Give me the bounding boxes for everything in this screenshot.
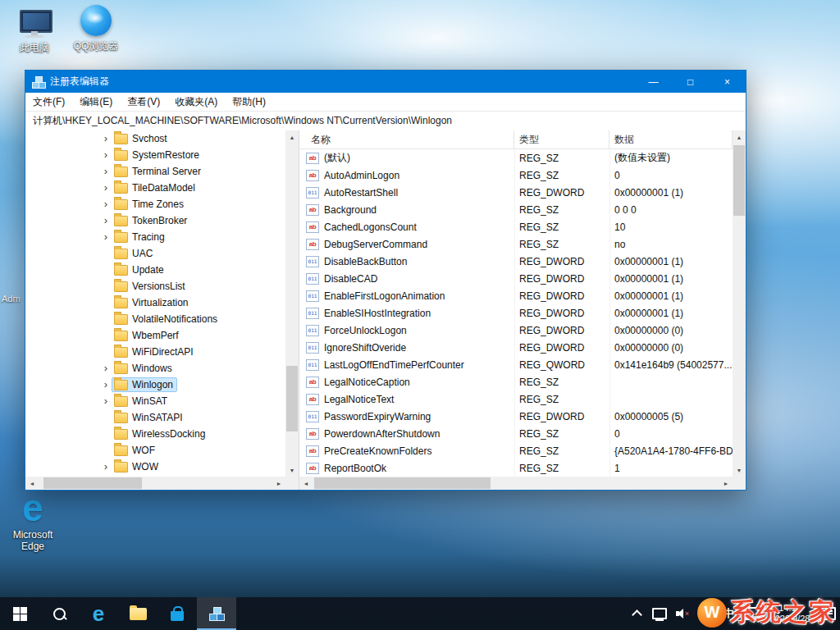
action-center-button[interactable]: [817, 597, 840, 630]
registry-value-row[interactable]: abCachedLogonsCountREG_SZ10: [299, 218, 733, 235]
chevron-right-icon[interactable]: ›: [99, 212, 112, 229]
registry-value-row[interactable]: abAutoAdminLogonREG_SZ0: [299, 167, 733, 184]
desktop-icon-this-pc[interactable]: 此电脑: [8, 7, 61, 53]
desktop-icon-microsoft-edge[interactable]: e Microsoft Edge: [7, 494, 59, 552]
chevron-right-icon[interactable]: ›: [99, 459, 112, 475]
registry-value-row[interactable]: abPowerdownAfterShutdownREG_SZ0: [299, 425, 733, 442]
tree-item-versionslist[interactable]: VersionsList: [25, 278, 285, 294]
chevron-right-icon[interactable]: ›: [99, 196, 112, 212]
column-header-type[interactable]: 类型: [514, 130, 609, 148]
scroll-down-arrow[interactable]: ▼: [733, 463, 746, 477]
tree-item-time-zones[interactable]: ›Time Zones: [25, 196, 285, 212]
taskbar-file-explorer-button[interactable]: [118, 597, 158, 630]
tree-item-wof[interactable]: WOF: [25, 442, 285, 459]
scroll-up-arrow[interactable]: ▲: [285, 130, 299, 144]
menu-item-4[interactable]: 帮助(H): [225, 93, 273, 111]
chevron-right-icon[interactable]: ›: [99, 229, 112, 245]
scroll-left-arrow[interactable]: ◄: [25, 477, 39, 490]
menu-item-0[interactable]: 文件(F): [25, 93, 72, 111]
tree-item-uac[interactable]: UAC: [25, 245, 285, 262]
scroll-down-arrow[interactable]: ▼: [285, 463, 299, 477]
registry-value-row[interactable]: 011EnableFirstLogonAnimationREG_DWORD0x0…: [299, 287, 733, 304]
registry-value-row[interactable]: ab(默认)REG_SZ(数值未设置): [299, 149, 733, 167]
tree-item-volatilenotifications[interactable]: VolatileNotifications: [25, 311, 285, 327]
title-bar[interactable]: 注册表编辑器 — □ ×: [25, 71, 746, 93]
menu-item-1[interactable]: 编辑(E): [72, 93, 120, 111]
tray-network[interactable]: [648, 597, 671, 630]
chevron-right-icon[interactable]: ›: [99, 180, 112, 196]
desktop-icon-qq-browser[interactable]: QQ浏览器: [70, 5, 122, 52]
scroll-left-arrow[interactable]: ◄: [299, 477, 313, 490]
folder-icon: [114, 413, 128, 423]
scroll-right-arrow[interactable]: ►: [272, 477, 285, 490]
maximize-button[interactable]: □: [672, 71, 709, 93]
column-header-data[interactable]: 数据: [609, 130, 733, 148]
folder-icon: [114, 445, 128, 456]
tree-item-svchost[interactable]: ›Svchost: [25, 130, 285, 147]
registry-value-row[interactable]: 011AutoRestartShellREG_DWORD0x00000001 (…: [299, 184, 733, 201]
registry-value-row[interactable]: abLegalNoticeCaptionREG_SZ: [299, 373, 733, 390]
registry-value-row[interactable]: 011IgnoreShiftOverideREG_DWORD0x00000000…: [299, 339, 733, 356]
folder-icon: [114, 199, 128, 210]
scrollbar-thumb[interactable]: [286, 366, 298, 431]
tray-volume[interactable]: ×: [671, 597, 694, 630]
tree-item-terminal-server[interactable]: ›Terminal Server: [25, 163, 285, 180]
tree-item-update[interactable]: Update: [25, 262, 285, 278]
minimize-button[interactable]: —: [635, 71, 672, 93]
tree-item-tokenbroker[interactable]: ›TokenBroker: [25, 212, 285, 229]
registry-value-row[interactable]: 011DisableCADREG_DWORD0x00000001 (1): [299, 270, 733, 287]
tree-item-wirelessdocking[interactable]: WirelessDocking: [25, 426, 285, 442]
close-button[interactable]: ×: [709, 71, 746, 93]
registry-value-row[interactable]: abBackgroundREG_SZ0 0 0: [299, 201, 733, 218]
folder-icon: [114, 380, 128, 390]
value-data: 0x00000001 (1): [609, 187, 733, 199]
chevron-right-icon[interactable]: ›: [99, 393, 112, 409]
chevron-right-icon[interactable]: ›: [99, 130, 112, 147]
registry-value-row[interactable]: 011PasswordExpiryWarningREG_DWORD0x00000…: [299, 408, 733, 425]
chevron-right-icon[interactable]: ›: [99, 377, 112, 393]
registry-value-row[interactable]: abLegalNoticeTextREG_SZ: [299, 390, 733, 408]
scroll-up-arrow[interactable]: ▲: [733, 130, 746, 144]
registry-value-row[interactable]: abDebugServerCommandREG_SZno: [299, 235, 733, 253]
tree-item-winsatapi[interactable]: WinSATAPI: [25, 409, 285, 426]
scrollbar-thumb[interactable]: [733, 145, 745, 216]
address-bar[interactable]: 计算机\HKEY_LOCAL_MACHINE\SOFTWARE\Microsof…: [25, 112, 746, 131]
registry-value-row[interactable]: abReportBootOkREG_SZ1: [299, 459, 733, 477]
scrollbar-thumb[interactable]: [43, 477, 142, 489]
start-button[interactable]: [0, 597, 39, 630]
tree-item-winlogon[interactable]: ›Winlogon: [25, 377, 285, 393]
registry-value-row[interactable]: 011DisableBackButtonREG_DWORD0x00000001 …: [299, 253, 733, 270]
tree-item-wifidirectapi[interactable]: WiFiDirectAPI: [25, 344, 285, 360]
folder-icon: [114, 396, 128, 407]
tree-item-tiledatamodel[interactable]: ›TileDataModel: [25, 180, 285, 196]
chevron-right-icon[interactable]: ›: [99, 147, 112, 163]
menu-item-2[interactable]: 查看(V): [120, 93, 167, 111]
tree-item-wow[interactable]: ›WOW: [25, 459, 285, 475]
tree-item-wbemperf[interactable]: WbemPerf: [25, 327, 285, 344]
tray-touch-keyboard[interactable]: [740, 597, 763, 630]
registry-value-row[interactable]: abPreCreateKnownFoldersREG_SZ{A520A1A4-1…: [299, 442, 733, 459]
tray-windows-ink[interactable]: [694, 597, 717, 630]
taskbar-search-button[interactable]: [39, 597, 79, 630]
tray-ime-indicator[interactable]: 中: [717, 597, 740, 630]
chevron-right-icon[interactable]: ›: [99, 163, 112, 180]
tree-item-tracing[interactable]: ›Tracing: [25, 229, 285, 245]
desktop-icon-label-fragment: Adm: [2, 294, 21, 304]
tree-item-windows[interactable]: ›Windows: [25, 360, 285, 377]
chevron-right-icon[interactable]: ›: [99, 360, 112, 377]
scrollbar-thumb[interactable]: [314, 477, 491, 489]
taskbar-edge-button[interactable]: e: [79, 597, 118, 630]
registry-value-row[interactable]: 011LastLogOffEndTimePerfCounterREG_QWORD…: [299, 356, 733, 373]
taskbar-store-button[interactable]: [158, 597, 197, 630]
tray-show-hidden-icons[interactable]: [625, 597, 648, 630]
registry-value-row[interactable]: 011EnableSIHostIntegrationREG_DWORD0x000…: [299, 304, 733, 322]
tree-item-virtualization[interactable]: Virtualization: [25, 294, 285, 311]
taskbar-clock[interactable]: 14:17 2020/9/28: [763, 603, 817, 624]
registry-value-row[interactable]: 011ForceUnlockLogonREG_DWORD0x00000000 (…: [299, 322, 733, 339]
scroll-right-arrow[interactable]: ►: [719, 477, 733, 490]
menu-item-3[interactable]: 收藏夹(A): [167, 93, 225, 111]
column-header-name[interactable]: 名称: [299, 130, 514, 148]
tree-item-systemrestore[interactable]: ›SystemRestore: [25, 147, 285, 163]
tree-item-winsat[interactable]: ›WinSAT: [25, 393, 285, 409]
taskbar-registry-editor-button[interactable]: [197, 597, 236, 630]
